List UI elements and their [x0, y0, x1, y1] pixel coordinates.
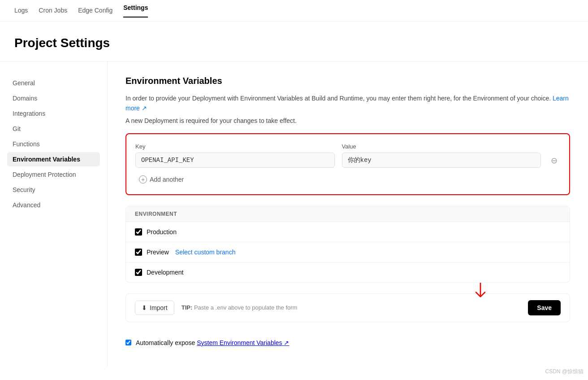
value-input[interactable] [342, 153, 541, 168]
value-label: Value [342, 143, 541, 150]
key-value-row: Key Value ⊖ [135, 143, 560, 168]
development-label[interactable]: Development [147, 269, 184, 276]
production-checkbox[interactable] [135, 228, 142, 236]
nav-logs[interactable]: Logs [14, 7, 28, 15]
import-button[interactable]: ⬇ Import [135, 301, 174, 315]
import-label: Import [150, 304, 168, 311]
value-column: Value [342, 143, 541, 168]
sidebar-item-functions[interactable]: Functions [7, 137, 100, 151]
add-icon: + [139, 175, 147, 183]
nav-cron-jobs[interactable]: Cron Jobs [39, 7, 67, 15]
top-navigation: Logs Cron Jobs Edge Config Settings [0, 0, 588, 22]
bottom-actions-wrapper: ⬇ Import TIP: Paste a .env above to popu… [125, 293, 570, 322]
auto-expose-checkbox[interactable] [125, 340, 131, 345]
preview-label[interactable]: Preview [147, 249, 169, 256]
sidebar-item-security[interactable]: Security [7, 183, 100, 197]
system-env-vars-link[interactable]: System Environment Variables ↗ [197, 339, 289, 346]
sidebar-item-advanced[interactable]: Advanced [7, 198, 100, 212]
page-header: Project Settings [0, 22, 588, 61]
select-custom-branch-link[interactable]: Select custom branch [175, 249, 236, 256]
preview-checkbox[interactable] [135, 249, 142, 256]
production-label[interactable]: Production [147, 228, 177, 236]
bottom-bar: ⬇ Import TIP: Paste a .env above to popu… [125, 293, 570, 322]
key-input[interactable] [135, 153, 335, 168]
section-description: In order to provide your Deployment with… [125, 93, 570, 114]
external-link-icon: ↗ [142, 105, 147, 112]
minus-circle-icon: ⊖ [551, 156, 558, 166]
save-button[interactable]: Save [528, 300, 561, 315]
page-title: Project Settings [14, 36, 574, 50]
nav-edge-config[interactable]: Edge Config [78, 7, 112, 15]
env-option-preview: Preview Select custom branch [126, 242, 570, 262]
remove-entry-button[interactable]: ⊖ [548, 153, 560, 168]
environment-section: Environment Production Preview Select cu… [125, 206, 570, 283]
sidebar-item-git[interactable]: Git [7, 122, 100, 136]
add-another-label: Add another [150, 176, 184, 183]
sidebar-item-general[interactable]: General [7, 76, 100, 90]
nav-settings[interactable]: Settings [123, 4, 148, 17]
development-checkbox[interactable] [135, 269, 142, 276]
auto-expose-label[interactable]: Automatically expose System Environment … [136, 339, 289, 346]
sidebar-item-integrations[interactable]: Integrations [7, 106, 100, 121]
section-title: Environment Variables [125, 76, 570, 86]
key-label: Key [135, 143, 335, 150]
env-option-development: Development [126, 262, 570, 282]
deployment-notice: A new Deployment is required for your ch… [125, 117, 570, 124]
sidebar: General Domains Integrations Git Functio… [0, 61, 108, 367]
main-layout: General Domains Integrations Git Functio… [0, 61, 588, 367]
sidebar-item-env-vars[interactable]: Environment Variables [7, 152, 100, 166]
add-another-button[interactable]: + Add another [135, 174, 187, 185]
sidebar-item-deployment-protection[interactable]: Deployment Protection [7, 167, 100, 182]
sidebar-item-domains[interactable]: Domains [7, 91, 100, 105]
env-form-box: Key Value ⊖ + Add another [125, 133, 570, 195]
environment-header: Environment [126, 206, 570, 222]
tip-text: TIP: Paste a .env above to populate the … [182, 304, 521, 311]
external-link-icon-2: ↗ [284, 339, 289, 346]
env-option-production: Production [126, 222, 570, 242]
import-icon: ⬇ [142, 304, 147, 311]
key-column: Key [135, 143, 335, 168]
auto-expose-row: Automatically expose System Environment … [125, 333, 570, 353]
main-content: Environment Variables In order to provid… [108, 61, 588, 367]
